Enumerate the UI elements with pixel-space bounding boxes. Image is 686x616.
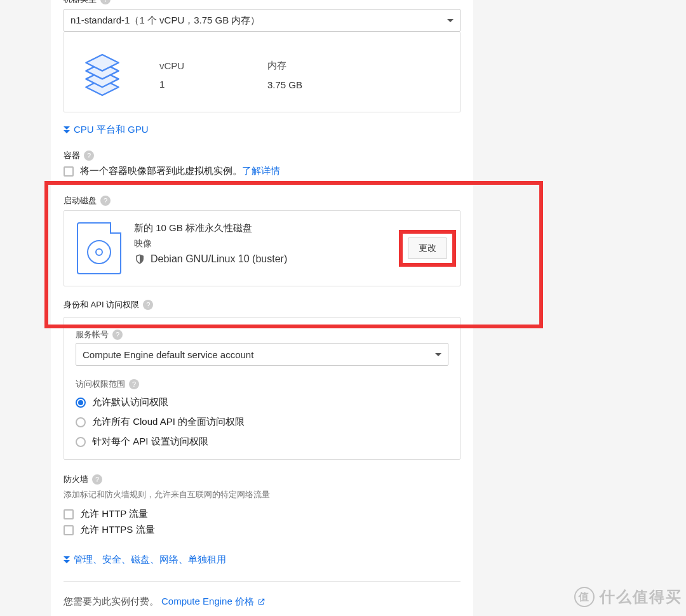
boot-disk-section: 启动磁盘 ? 新的 10 GB 标准永久性磁盘 映像 Debian GNU/Li…	[64, 195, 461, 311]
firewall-hint: 添加标记和防火墙规则，允许来自互联网的特定网络流量	[64, 489, 461, 500]
divider	[64, 581, 461, 582]
boot-disk-label: 启动磁盘	[64, 195, 97, 206]
boot-disk-image-label: 映像	[134, 238, 287, 250]
pricing-note: 您需要为此实例付费。	[64, 596, 159, 608]
cpu-gpu-expander[interactable]: CPU 平台和 GPU	[64, 124, 149, 136]
deploy-container-text: 将一个容器映像部署到此虚拟机实例。了解详情	[80, 165, 280, 177]
memory-value: 3.75 GB	[267, 79, 344, 90]
chevron-down-icon	[435, 353, 441, 356]
stack-icon	[77, 50, 128, 100]
external-link-icon	[257, 598, 266, 606]
watermark-text: 什么值得买	[600, 587, 682, 607]
firewall-label: 防火墙	[64, 474, 88, 485]
help-icon[interactable]: ?	[143, 300, 153, 310]
pricing-link[interactable]: Compute Engine 价格	[161, 596, 254, 608]
cpu-gpu-link-text: CPU 平台和 GPU	[74, 124, 149, 136]
help-icon[interactable]: ?	[92, 474, 102, 485]
help-icon[interactable]: ?	[129, 379, 139, 389]
container-learn-more-link[interactable]: 了解详情	[242, 165, 280, 176]
scope-per-api-radio[interactable]	[76, 437, 86, 447]
scopes-label: 访问权限范围	[76, 378, 125, 390]
scope-full-radio[interactable]	[76, 417, 86, 427]
double-chevron-down-icon	[64, 556, 70, 563]
deploy-container-checkbox[interactable]	[64, 166, 74, 177]
boot-disk-title: 新的 10 GB 标准永久性磁盘	[134, 222, 287, 234]
double-chevron-down-icon	[64, 126, 70, 133]
advanced-expander[interactable]: 管理、安全、磁盘、网络、单独租用	[64, 554, 226, 566]
identity-label: 身份和 API 访问权限	[64, 299, 139, 311]
help-icon[interactable]: ?	[84, 151, 94, 161]
allow-https-label: 允许 HTTPS 流量	[80, 524, 155, 536]
allow-http-checkbox[interactable]	[64, 509, 74, 519]
service-account-value: Compute Engine default service account	[83, 349, 435, 360]
help-icon[interactable]: ?	[112, 330, 123, 340]
help-icon[interactable]: ?	[100, 196, 111, 206]
boot-disk-image: Debian GNU/Linux 10 (buster)	[151, 253, 287, 265]
machine-type-value: n1-standard-1（1 个 vCPU，3.75 GB 内存）	[71, 15, 447, 27]
machine-type-select[interactable]: n1-standard-1（1 个 vCPU，3.75 GB 内存）	[64, 9, 461, 32]
shield-icon	[134, 253, 145, 265]
chevron-down-icon	[447, 19, 454, 22]
change-boot-disk-button[interactable]: 更改	[408, 238, 447, 259]
scope-per-api-label: 针对每个 API 设置访问权限	[92, 436, 208, 448]
help-icon[interactable]: ?	[100, 0, 111, 4]
scope-default-radio[interactable]	[76, 398, 86, 408]
service-account-select[interactable]: Compute Engine default service account	[76, 343, 448, 366]
disk-icon	[77, 222, 121, 274]
container-label: 容器	[64, 150, 80, 161]
vcpu-value: 1	[159, 79, 236, 90]
watermark-badge: 值	[574, 587, 595, 607]
allow-https-checkbox[interactable]	[64, 525, 74, 535]
watermark: 值 什么值得买	[574, 587, 682, 607]
advanced-link-text: 管理、安全、磁盘、网络、单独租用	[74, 554, 226, 566]
vcpu-label: vCPU	[159, 60, 236, 71]
memory-label: 内存	[267, 60, 344, 72]
allow-http-label: 允许 HTTP 流量	[80, 508, 148, 520]
scope-default-label: 允许默认访问权限	[92, 396, 168, 408]
machine-type-label: 机器类型	[64, 0, 97, 5]
scope-full-label: 允许所有 Cloud API 的全面访问权限	[92, 416, 245, 428]
service-account-label: 服务帐号	[76, 329, 109, 340]
